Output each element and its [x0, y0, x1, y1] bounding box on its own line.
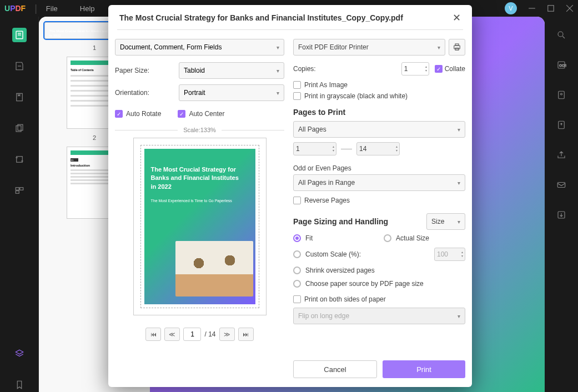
print-as-image-checkbox[interactable]: Print As Image: [293, 81, 465, 89]
svg-line-18: [562, 36, 565, 38]
menu-file[interactable]: File: [46, 4, 58, 13]
export-icon[interactable]: [554, 118, 569, 132]
crop-icon[interactable]: [12, 152, 27, 167]
flip-select: Flip on long edge: [293, 308, 465, 324]
search-icon[interactable]: [554, 28, 569, 42]
both-sides-checkbox[interactable]: Print on both sides of paper: [293, 295, 465, 303]
size-choose-source-radio[interactable]: Choose paper source by PDF page size: [293, 280, 465, 288]
odd-even-label: Odd or Even Pages: [293, 164, 465, 172]
sizing-title: Page Sizing and Handling: [293, 217, 388, 226]
share-icon[interactable]: [554, 148, 569, 162]
pager-current-input[interactable]: [183, 328, 201, 341]
copies-spinner[interactable]: 1: [401, 62, 429, 76]
copies-label: Copies:: [293, 65, 401, 73]
ocr-icon[interactable]: OCR: [554, 58, 569, 72]
layers-icon[interactable]: [12, 346, 27, 361]
maximize-button[interactable]: [547, 4, 555, 12]
svg-rect-8: [16, 93, 22, 101]
save-icon[interactable]: [554, 208, 569, 222]
size-shrink-radio[interactable]: Shrink oversized pages: [293, 267, 465, 274]
arrange-icon[interactable]: [12, 183, 27, 198]
svg-rect-27: [455, 44, 459, 46]
printer-properties-button[interactable]: [449, 39, 465, 56]
size-actual-radio[interactable]: Actual Size: [384, 234, 465, 242]
auto-center-checkbox[interactable]: ✓Auto Center: [178, 110, 224, 118]
pager-prev-button[interactable]: ≪: [164, 328, 180, 341]
size-fit-radio[interactable]: Fit: [293, 234, 375, 242]
pager-next-button[interactable]: ≫: [219, 328, 235, 341]
bookmark-rail-icon[interactable]: [12, 90, 27, 104]
svg-rect-11: [16, 157, 22, 163]
left-rail: [0, 17, 39, 392]
scale-label: Scale:133%: [178, 127, 222, 133]
paper-size-label: Paper Size:: [115, 67, 179, 74]
svg-rect-26: [454, 46, 460, 49]
pages-icon[interactable]: [12, 121, 27, 135]
sizing-mode-select[interactable]: Size: [426, 213, 465, 230]
pages-to-print-title: Pages to Print: [293, 108, 465, 117]
auto-rotate-checkbox[interactable]: ✓Auto Rotate: [115, 110, 161, 118]
printer-select[interactable]: Foxit PDF Editor Printer: [293, 39, 445, 56]
paper-size-select[interactable]: Tabloid: [179, 62, 284, 79]
tools-icon[interactable]: [554, 88, 569, 102]
pager-first-button[interactable]: ⏮: [145, 328, 161, 341]
svg-point-22: [561, 93, 562, 95]
svg-point-17: [558, 32, 563, 37]
print-grayscale-checkbox[interactable]: Print in grayscale (black and white): [293, 92, 465, 100]
avatar[interactable]: V: [505, 2, 517, 14]
svg-rect-24: [557, 183, 565, 188]
print-button[interactable]: Print: [383, 360, 465, 378]
pager-last-button[interactable]: ⏭: [238, 328, 254, 341]
right-rail: OCR: [545, 17, 578, 392]
preview-pager: ⏮ ≪ / 14 ≫ ⏭: [115, 328, 284, 341]
ribbon-icon[interactable]: [12, 378, 27, 392]
dialog-close-button[interactable]: ✕: [453, 13, 461, 23]
page-range-select[interactable]: All Pages: [293, 121, 465, 138]
email-icon[interactable]: [554, 178, 569, 192]
svg-rect-16: [16, 191, 19, 194]
divider: |: [34, 3, 37, 14]
odd-even-select[interactable]: All Pages in Range: [293, 174, 465, 191]
cancel-button[interactable]: Cancel: [293, 360, 377, 378]
svg-text:OCR: OCR: [559, 64, 566, 67]
svg-rect-10: [18, 124, 23, 130]
minimize-button[interactable]: [528, 4, 536, 12]
print-dialog: The Most Crucial Strategy for Banks and …: [108, 5, 472, 387]
custom-scale-spinner[interactable]: 100: [434, 248, 465, 261]
app-logo: UPDF: [4, 4, 26, 13]
close-button[interactable]: [566, 4, 574, 12]
reverse-pages-checkbox[interactable]: Reverse Pages: [293, 197, 465, 204]
comment-icon[interactable]: [12, 59, 27, 73]
size-custom-radio[interactable]: Custom Scale (%):: [293, 250, 361, 258]
svg-rect-14: [16, 188, 19, 190]
print-preview: The Most Crucial Strategy for Banks and …: [133, 138, 267, 315]
svg-rect-1: [548, 6, 554, 12]
pager-total: / 14: [204, 330, 215, 338]
range-to-spinner[interactable]: 14: [356, 142, 400, 155]
svg-rect-15: [19, 188, 23, 190]
menu-help[interactable]: Help: [80, 4, 95, 13]
dialog-title: The Most Crucial Strategy for Banks and …: [119, 13, 403, 22]
orientation-select[interactable]: Portrait: [179, 84, 284, 101]
collate-checkbox[interactable]: ✓: [435, 65, 443, 73]
orientation-label: Orientation:: [115, 89, 179, 97]
thumbnails-icon[interactable]: [12, 28, 27, 42]
content-type-select[interactable]: Document, Comment, Form Fields: [115, 39, 284, 56]
range-from-spinner[interactable]: 1: [293, 142, 336, 155]
svg-rect-9: [16, 126, 21, 132]
